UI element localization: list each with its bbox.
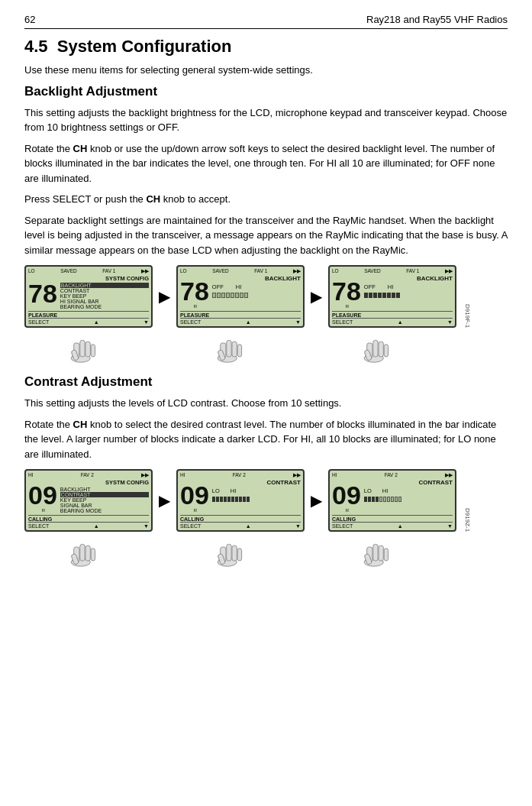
contrast-diagram: HI FAV 2 ▶▶ 09 R SYSTM CONFIG BACKLIG — [24, 469, 508, 568]
section-intro: Use these menu items for selecting gener… — [24, 63, 508, 78]
hand-unit-1 — [24, 329, 153, 364]
ch-knob-label2: CH — [146, 193, 160, 205]
backlight-title: Backlight Adjustment — [24, 84, 508, 99]
svg-rect-26 — [226, 544, 231, 561]
svg-rect-3 — [85, 341, 90, 357]
svg-rect-10 — [237, 345, 241, 357]
page-number: 62 — [24, 14, 35, 25]
hand-unit-2 — [171, 329, 299, 364]
contrast-para1: This setting adjusts the levels of LCD c… — [24, 396, 508, 411]
hand-icon-2 — [214, 329, 256, 364]
backlight-section: Backlight Adjustment This setting adjust… — [24, 84, 508, 364]
hand-icon-1 — [68, 329, 110, 364]
backlight-hands — [24, 329, 508, 364]
page-header: 62 Ray218 and Ray55 VHF Radios — [24, 14, 508, 29]
svg-rect-33 — [379, 545, 383, 561]
arrow-2: ▶ — [311, 287, 322, 306]
svg-rect-9 — [232, 341, 237, 357]
ch-knob-label3: CH — [73, 419, 88, 430]
page-container: 62 Ray218 and Ray55 VHF Radios 4.5 Syste… — [0, 0, 532, 597]
backlight-para4: Separate backlight settings are maintain… — [24, 213, 508, 258]
contrast-para2: Rotate the CH knob to select the desired… — [24, 417, 508, 462]
contrast-screen-2: HI FAV 2 ▶▶ 09 R CONTRAST — [176, 469, 305, 532]
hand-unit-3 — [318, 329, 446, 364]
backlight-screens-row: LO SAVED FAV 1 ▶▶ 78 SYSTM CONFIG BACKL — [24, 265, 508, 328]
contrast-hand-3 — [318, 533, 446, 568]
backlight-screen-3: LO SAVED FAV 1 ▶▶ 78 R BACKLIGHT — [328, 265, 456, 328]
hand-icon-3 — [361, 329, 403, 364]
diagram-id-contrast: D919Z-1 — [464, 508, 471, 532]
ch-knob-label: CH — [73, 143, 88, 154]
contrast-screen-1: HI FAV 2 ▶▶ 09 R SYSTM CONFIG BACKLIG — [24, 469, 153, 532]
svg-rect-4 — [91, 345, 95, 357]
svg-rect-8 — [226, 340, 231, 357]
svg-rect-32 — [372, 544, 377, 561]
section-heading: 4.5 System Configuration — [24, 37, 508, 57]
svg-rect-27 — [232, 545, 237, 561]
contrast-hand-1 — [24, 533, 153, 568]
svg-rect-34 — [384, 549, 388, 561]
contrast-screens-row: HI FAV 2 ▶▶ 09 R SYSTM CONFIG BACKLIG — [24, 469, 508, 532]
svg-rect-16 — [384, 345, 388, 357]
svg-rect-2 — [79, 340, 84, 357]
contrast-hand-icon-1 — [68, 533, 110, 568]
backlight-para2: Rotate the CH knob or use the up/down ar… — [24, 141, 508, 186]
contrast-calling-label: CALLING — [332, 515, 453, 522]
contrast-hand-icon-2 — [214, 533, 256, 568]
backlight-para3: Press SELECT or push the CH knob to acce… — [24, 192, 508, 207]
page-title-header: Ray218 and Ray55 VHF Radios — [366, 14, 508, 25]
contrast-hand-icon-3 — [361, 533, 403, 568]
lcd-big-num-1: 78 — [28, 280, 57, 306]
contrast-screen-3: HI FAV 2 ▶▶ 09 R CONTRAST — [328, 469, 456, 532]
arrow-1: ▶ — [159, 287, 170, 306]
svg-rect-15 — [379, 341, 383, 357]
contrast-section: Contrast Adjustment This setting adjusts… — [24, 374, 508, 568]
svg-rect-22 — [91, 549, 95, 561]
diagram-id-backlight: D919F-1 — [464, 304, 471, 328]
contrast-title: Contrast Adjustment — [24, 374, 508, 390]
svg-rect-14 — [372, 340, 377, 357]
section-4-5: 4.5 System Configuration Use these menu … — [24, 37, 508, 78]
svg-rect-20 — [79, 544, 84, 561]
backlight-diagram: LO SAVED FAV 1 ▶▶ 78 SYSTM CONFIG BACKL — [24, 265, 508, 364]
svg-rect-28 — [237, 549, 241, 561]
backlight-screen-2: LO SAVED FAV 1 ▶▶ 78 R BACKLIGHT — [176, 265, 305, 328]
lcd-top-icons-1: LO SAVED FAV 1 ▶▶ — [28, 268, 149, 274]
arrow-3: ▶ — [159, 491, 170, 510]
svg-rect-21 — [85, 545, 90, 561]
contrast-hand-2 — [171, 533, 299, 568]
contrast-hands — [24, 533, 508, 568]
backlight-screen-1: LO SAVED FAV 1 ▶▶ 78 SYSTM CONFIG BACKL — [24, 265, 153, 328]
backlight-para1: This setting adjusts the backlight brigh… — [24, 105, 508, 135]
arrow-4: ▶ — [311, 491, 322, 510]
